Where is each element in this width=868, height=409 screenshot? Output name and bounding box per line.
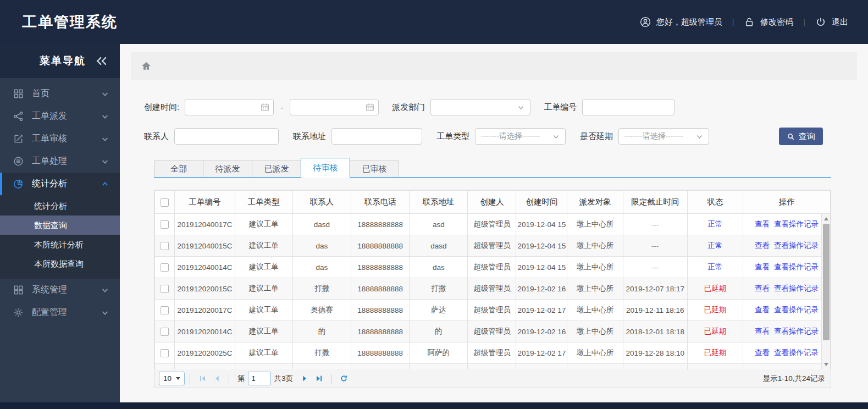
tab[interactable]: 待派发 [203, 161, 252, 177]
view-link[interactable]: 查看 [755, 327, 770, 335]
sidebar-subitem[interactable]: 本所数据查询 [0, 254, 120, 273]
view-records-link[interactable]: 查看操作记录 [774, 327, 819, 335]
tab[interactable]: 全部 [154, 161, 203, 177]
scroll-up-arrow[interactable] [822, 215, 831, 223]
footer-bar [0, 402, 868, 409]
lock-icon [744, 16, 755, 27]
cell-type: 建议工单 [235, 321, 292, 342]
cell-type: 建议工单 [235, 257, 292, 278]
page-number-input[interactable] [248, 372, 271, 385]
sidebar-item-order-process[interactable]: 工单处理 [0, 150, 120, 173]
first-page-button[interactable] [196, 373, 208, 385]
view-records-link[interactable]: 查看操作记录 [774, 241, 819, 250]
order-type-value: -------请选择------- [481, 131, 540, 141]
row-checkbox[interactable] [161, 285, 169, 293]
contact-input[interactable] [174, 128, 279, 145]
tab[interactable]: 已审核 [350, 161, 399, 177]
cell-contact: das [292, 235, 351, 257]
create-time-end-field [290, 99, 379, 115]
next-page-button[interactable] [298, 373, 311, 385]
order-type-select[interactable]: -------请选择------- [475, 128, 566, 145]
home-icon[interactable] [141, 60, 152, 71]
row-checkbox[interactable] [161, 349, 169, 357]
sidebar-subitem[interactable]: 统计分析 [0, 196, 120, 215]
address-input[interactable] [331, 128, 422, 145]
chevron-down-icon [101, 158, 109, 165]
sidebar-item-home[interactable]: 首页 [0, 82, 120, 105]
select-all-checkbox[interactable] [161, 198, 169, 207]
vertical-scrollbar[interactable] [821, 214, 830, 369]
cell-phone: 18888888888 [351, 321, 410, 342]
view-records-link[interactable]: 查看操作记录 [774, 306, 819, 314]
logout-button[interactable]: 退出 [815, 16, 848, 27]
sidebar-item-order-dispatch[interactable]: 工单派发 [0, 105, 120, 128]
calendar-icon[interactable] [260, 102, 270, 112]
sidebar-item-system-management[interactable]: 系统管理 [0, 279, 120, 301]
filter-row-2: 联系人 联系地址 工单类型 -------请选择------- 是否延期 ---… [144, 128, 823, 145]
checkbox-cell [155, 278, 175, 300]
chevron-down-icon [101, 113, 109, 120]
search-button[interactable]: 查询 [779, 128, 823, 145]
is-delayed-value: -------请选择------- [624, 131, 683, 141]
row-checkbox[interactable] [161, 220, 169, 229]
column-header: 工单类型 [235, 191, 292, 214]
sidebar-item-label: 工单处理 [32, 156, 67, 167]
prev-page-button[interactable] [211, 373, 223, 385]
user-greeting: 您好，超级管理员 [640, 16, 722, 27]
dispatch-dept-select[interactable] [430, 99, 530, 115]
column-header: 联系人 [292, 191, 351, 214]
row-checkbox[interactable] [161, 306, 169, 314]
tab[interactable]: 待审核 [301, 158, 350, 178]
cell-phone: 18888888888 [351, 257, 410, 278]
app-window: 工单管理系统 您好，超级管理员 | 修改密码 | 退出 [0, 0, 868, 409]
column-header: 工单编号 [175, 191, 235, 214]
sidebar-subitem[interactable]: 本所统计分析 [0, 235, 120, 254]
tab[interactable]: 已派发 [252, 161, 301, 177]
row-checkbox[interactable] [161, 242, 169, 250]
row-checkbox[interactable] [161, 328, 169, 336]
view-records-link[interactable]: 查看操作记录 [774, 263, 819, 271]
table-row: 201912020014C建议工单的18888888888的超级管理员2019-… [155, 321, 831, 342]
view-link[interactable]: 查看 [755, 241, 770, 250]
is-delayed-select[interactable]: -------请选择------- [618, 128, 709, 145]
sidebar-item-config-management[interactable]: 配置管理 [0, 301, 120, 324]
cell-status: 正常 [687, 235, 743, 257]
calendar-icon[interactable] [365, 102, 375, 112]
view-link[interactable]: 查看 [755, 263, 770, 271]
sidebar-item-stats-analysis[interactable]: 统计分析 [0, 173, 120, 195]
total-pages-label: 共3页 [274, 374, 294, 384]
user-bar: 您好，超级管理员 | 修改密码 | 退出 [640, 16, 848, 27]
logout-label: 退出 [832, 17, 848, 27]
row-checkbox[interactable] [161, 263, 169, 272]
page-size-value: 10 [163, 374, 172, 383]
page-size-select[interactable]: 10 [159, 372, 185, 385]
order-no-input[interactable] [582, 99, 675, 115]
last-page-button[interactable] [313, 373, 325, 385]
sidebar-subitem[interactable]: 数据查询 [0, 215, 120, 235]
view-records-link[interactable]: 查看操作记录 [774, 284, 819, 292]
search-icon [787, 132, 795, 141]
sidebar-item-order-audit[interactable]: 工单审核 [0, 128, 120, 150]
cell-create-time: 2019-12-04 15 [516, 235, 567, 257]
process-icon [13, 156, 24, 167]
checkbox-cell [155, 257, 175, 278]
scrollbar-thumb[interactable] [823, 224, 830, 340]
view-link[interactable]: 查看 [755, 284, 770, 292]
view-link[interactable]: 查看 [755, 220, 770, 228]
cell-address: 萨达 [410, 300, 468, 321]
view-records-link[interactable]: 查看操作记录 [774, 349, 819, 357]
view-link[interactable]: 查看 [755, 349, 770, 357]
cell-target: 墩上中心所 [567, 257, 623, 278]
sidebar-item-label: 统计分析 [32, 178, 67, 190]
cell-order-no: 201912020015C [175, 278, 235, 300]
view-link[interactable]: 查看 [755, 306, 770, 314]
cell-deadline: --- [623, 235, 687, 257]
collapse-sidebar-button[interactable] [96, 56, 108, 66]
chevron-up-icon [101, 180, 109, 188]
change-password-button[interactable]: 修改密码 [744, 16, 793, 27]
scroll-down-arrow[interactable] [822, 360, 831, 368]
refresh-icon[interactable] [338, 373, 350, 385]
cell-deadline: 2018-12-01 18:18 [623, 321, 687, 342]
change-password-label: 修改密码 [760, 17, 793, 27]
view-records-link[interactable]: 查看操作记录 [774, 220, 819, 228]
